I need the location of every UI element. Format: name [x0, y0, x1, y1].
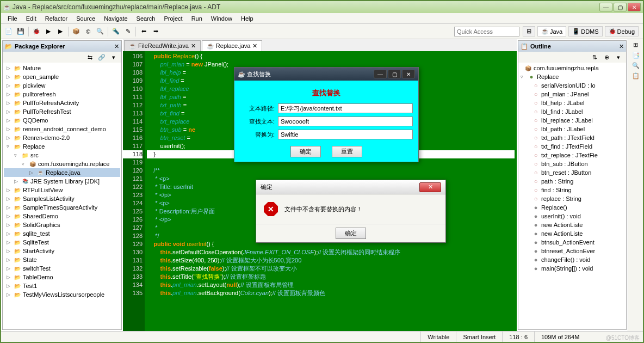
editor-tab[interactable]: ☕ Replace.java ✕ [202, 40, 263, 51]
outline-item[interactable]: txt_find : JTextField [519, 142, 625, 151]
outline-item[interactable]: lbl_help : JLabel [519, 99, 625, 107]
new-pkg-icon[interactable]: 📦 [71, 26, 82, 37]
menu-run[interactable]: Run [187, 14, 207, 23]
menu-icon[interactable]: ▾ [613, 52, 624, 63]
menu-project[interactable]: Project [159, 14, 187, 23]
outline-package[interactable]: com.fuxuemingzhu.repla [519, 64, 625, 72]
minimize-button[interactable]: — [599, 3, 612, 11]
minimize-button[interactable]: — [374, 70, 387, 78]
tool-icon[interactable]: 📑 [632, 52, 640, 59]
tree-item[interactable]: ▷QQDemo [4, 116, 120, 125]
tree-item[interactable]: ▿src [4, 151, 120, 160]
sort-icon[interactable]: ⇅ [589, 52, 600, 63]
outline-item[interactable]: serialVersionUID : lo [519, 81, 625, 90]
tree-item[interactable]: ▷sqlite_test [4, 229, 120, 238]
run-ext-icon[interactable]: ▶ [55, 26, 66, 37]
tree-item[interactable]: ▷Nature [4, 64, 120, 72]
outline-item[interactable]: pnl_mian : JPanel [519, 90, 625, 99]
tree-item[interactable]: ▷PullToRefreshTest [4, 107, 120, 116]
close-icon[interactable]: ✕ [191, 42, 196, 50]
outline-item[interactable]: btnreset_ActionEver [519, 247, 625, 255]
editor-tab[interactable]: ☕ FileReadWrite.java ✕ [124, 40, 201, 51]
tree-item[interactable]: ▷open_sample [4, 72, 120, 81]
menu-source[interactable]: Source [72, 14, 100, 23]
outline-item[interactable]: path : String [519, 177, 625, 186]
close-button[interactable]: ✕ [628, 3, 641, 11]
outline-item[interactable]: txt_replace : JTextFie [519, 151, 625, 160]
tree-item[interactable]: ▷TableDemo [4, 273, 120, 281]
perspective-ddms[interactable]: 📱 DDMS [568, 26, 602, 36]
menu-icon[interactable]: ▾ [108, 52, 119, 63]
outline-item[interactable]: find : String [519, 186, 625, 194]
perspective-switcher-icon[interactable]: ⊞ [523, 26, 535, 36]
menu-search[interactable]: Search [132, 14, 160, 23]
save-icon[interactable]: 💾 [15, 26, 26, 37]
outline-item[interactable]: lbl_path : JLabel [519, 125, 625, 133]
close-icon[interactable]: ✕ [252, 42, 257, 50]
tree-item[interactable]: ▷Test1 [4, 281, 120, 290]
outline-item[interactable]: replace : String [519, 194, 625, 203]
outline-item[interactable]: btn_reset : JButton [519, 168, 625, 177]
outline-item[interactable]: btnsub_ActionEvent [519, 238, 625, 247]
new-class-icon[interactable]: © [83, 26, 94, 37]
menu-edit[interactable]: Edit [22, 14, 41, 23]
outline-item[interactable]: lbl_replace : JLabel [519, 116, 625, 125]
filter-icon[interactable]: ⊕ [601, 52, 612, 63]
outline-item[interactable]: txt_path : JTextField [519, 133, 625, 142]
back-icon[interactable]: ⬅ [138, 26, 149, 37]
tree-item[interactable]: ▷SolidGraphics [4, 220, 120, 229]
outline-item[interactable]: lbl_find : JLabel [519, 107, 625, 116]
open-type-icon[interactable]: 🔍 [95, 26, 106, 37]
find-input[interactable] [278, 117, 413, 126]
forward-icon[interactable]: ➡ [150, 26, 161, 37]
tree-item[interactable]: ▷StartActivity [4, 247, 120, 255]
tree-item[interactable]: ▷renren_android_connect_demo [4, 125, 120, 133]
outline-item[interactable]: main(String[]) : void [519, 264, 625, 273]
perspective-debug[interactable]: 🐞 Debug [605, 26, 639, 36]
tree-item[interactable]: ▷SamplesListActivity [4, 194, 120, 203]
menu-file[interactable]: File [3, 14, 22, 23]
menu-help[interactable]: Help [237, 14, 258, 23]
ok-button[interactable]: 确定 [336, 228, 366, 239]
tree-item[interactable]: ▷Replace.java [4, 168, 120, 177]
tree-item[interactable]: ▷TestMyViewsListscursorpeople [4, 290, 120, 299]
menu-window[interactable]: Window [207, 14, 237, 23]
close-button[interactable]: ✕ [419, 182, 441, 192]
tree-item[interactable]: ▷switchTest [4, 264, 120, 273]
outline-item[interactable]: userInit() : void [519, 212, 625, 220]
tree-item[interactable]: ▷JRE System Library [JDK] [4, 177, 120, 186]
close-icon[interactable]: ✕ [114, 43, 119, 50]
tree-item[interactable]: ▷SqliteTest [4, 238, 120, 247]
tree-item[interactable]: ▷SharedDemo [4, 212, 120, 220]
tree-item[interactable]: ▷State [4, 255, 120, 264]
tree-item[interactable]: ▷pulltorefresh [4, 90, 120, 99]
close-icon[interactable]: ✕ [619, 43, 624, 50]
run-icon[interactable]: ▶ [43, 26, 54, 37]
debug-icon[interactable]: 🐞 [31, 26, 42, 37]
menu-refactor[interactable]: Refactor [41, 14, 72, 23]
quick-access-input[interactable] [454, 27, 519, 36]
collapse-icon[interactable]: ⇆ [84, 52, 95, 63]
new-icon[interactable]: 📄 [3, 26, 14, 37]
tree-item[interactable]: ▷RTPullListView [4, 186, 120, 194]
reset-button[interactable]: 重置 [332, 146, 362, 157]
maximize-button[interactable]: ▢ [614, 3, 627, 11]
tree-item[interactable]: ▿com.fuxuemingzhu.replace [4, 160, 120, 168]
ok-button[interactable]: 确定 [290, 146, 321, 157]
search-icon[interactable]: 🔦 [110, 26, 121, 37]
tool-icon[interactable]: 🔍 [632, 62, 640, 69]
tool-icon[interactable]: 📋 [632, 72, 640, 79]
outline-item[interactable]: changeFile() : void [519, 255, 625, 264]
message-title-bar[interactable]: 确定 ✕ [256, 180, 445, 194]
outline-item[interactable]: btn_sub : JButton [519, 160, 625, 168]
link-icon[interactable]: 🔗 [96, 52, 107, 63]
tree-item[interactable]: ▷SampleTimesSquareActivity [4, 203, 120, 212]
replace-input[interactable] [278, 130, 413, 139]
outline-item[interactable]: new ActionListe [519, 220, 625, 229]
maximize-button[interactable]: ▢ [388, 70, 401, 78]
menu-navigate[interactable]: Navigate [100, 14, 132, 23]
outline-item[interactable]: new ActionListe [519, 229, 625, 238]
perspective-java[interactable]: ☕ Java [537, 26, 566, 36]
tool-icon[interactable]: ⊞ [633, 41, 638, 48]
outline-class[interactable]: ▿Replace [519, 72, 625, 81]
